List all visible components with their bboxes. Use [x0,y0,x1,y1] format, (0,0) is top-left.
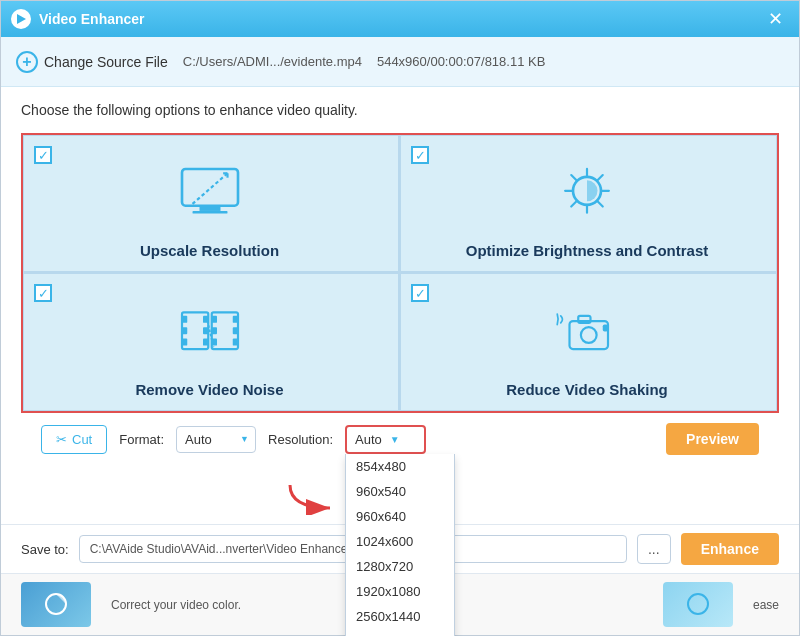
svg-rect-19 [232,315,237,322]
options-grid: ✓ Upscale Resolution ✓ [21,133,779,413]
format-select[interactable]: Auto MP4 AVI MKV [176,426,256,453]
preview-strip-right-text: ease [753,598,779,612]
checkbox-shaking[interactable]: ✓ [411,284,429,302]
noise-label: Remove Video Noise [36,381,383,398]
upscale-label: Upscale Resolution [36,242,383,259]
window-title: Video Enhancer [39,11,762,27]
shaking-label: Reduce Video Shaking [413,381,761,398]
dropdown-arrow-icon: ▼ [390,434,400,445]
option-brightness-contrast: ✓ Optimize Brightness [400,135,777,273]
svg-rect-23 [570,321,609,349]
resolution-item-960x540[interactable]: 960x540 [346,479,454,504]
svg-rect-25 [578,315,590,322]
format-label: Format: [119,432,164,447]
svg-rect-21 [232,338,237,345]
resolution-item-854x480[interactable]: 854x480 [346,454,454,479]
checkbox-noise[interactable]: ✓ [34,284,52,302]
monitor-upscale-icon [175,163,245,223]
brightness-label: Optimize Brightness and Contrast [413,242,761,259]
resolution-value: Auto [355,432,382,447]
arrow-indicator [285,480,340,519]
cut-label: Cut [72,432,92,447]
instructions-text: Choose the following options to enhance … [21,102,779,118]
svg-marker-0 [17,14,26,24]
checkbox-brightness[interactable]: ✓ [411,146,429,164]
svg-rect-1 [182,169,238,206]
noise-icon-area [36,286,383,377]
save-to-label: Save to: [21,542,69,557]
bottom-toolbar: ✂ Cut Format: Auto MP4 AVI MKV Resolutio… [21,413,779,465]
option-remove-noise: ✓ [23,273,400,411]
svg-rect-11 [182,327,187,334]
app-window: Video Enhancer ✕ + Change Source File C:… [0,0,800,636]
titlebar: Video Enhancer ✕ [1,1,799,37]
browse-button[interactable]: ... [637,534,671,564]
change-source-button[interactable]: + Change Source File [16,51,168,73]
close-button[interactable]: ✕ [762,6,789,32]
svg-rect-3 [192,211,227,214]
main-content: Choose the following options to enhance … [1,87,799,524]
resolution-item-960x640[interactable]: 960x640 [346,504,454,529]
resolution-item-1920x1080[interactable]: 1920x1080 [346,579,454,604]
svg-point-29 [688,594,708,614]
option-reduce-shaking: ✓ Reduce Video Shaking [400,273,777,411]
add-icon: + [16,51,38,73]
resolution-item-1280x720[interactable]: 1280x720 [346,554,454,579]
cut-button[interactable]: ✂ Cut [41,425,107,454]
svg-rect-16 [211,315,216,322]
filebar: + Change Source File C:/Users/ADMI.../ev… [1,37,799,87]
format-select-wrapper[interactable]: Auto MP4 AVI MKV [176,426,256,453]
preview-button[interactable]: Preview [666,423,759,455]
svg-rect-26 [603,324,608,331]
svg-rect-15 [203,338,208,345]
file-path: C:/Users/ADMI.../evidente.mp4 [183,54,362,69]
svg-point-24 [581,327,597,343]
svg-rect-20 [232,327,237,334]
brightness-icon [552,163,622,223]
file-metadata: 544x960/00:00:07/818.11 KB [377,54,545,69]
enhance-button[interactable]: Enhance [681,533,779,565]
svg-line-4 [192,173,227,204]
scissors-icon: ✂ [56,432,67,447]
svg-rect-10 [182,315,187,322]
film-noise-icon [175,302,245,362]
svg-rect-2 [199,206,220,211]
svg-rect-14 [203,327,208,334]
upscale-icon-area [36,148,383,238]
resolution-label: Resolution: [268,432,333,447]
app-icon [11,9,31,29]
camera-shake-icon [552,302,622,362]
svg-rect-17 [211,327,216,334]
resolution-dropdown: 854x480 960x540 960x640 1024x600 1280x72… [345,454,455,637]
preview-thumb-left [21,582,91,627]
resolution-item-1024x600[interactable]: 1024x600 [346,529,454,554]
change-source-label: Change Source File [44,54,168,70]
option-upscale-resolution: ✓ Upscale Resolution [23,135,400,273]
preview-strip-left-text: Correct your video color. [111,598,241,612]
checkbox-upscale[interactable]: ✓ [34,146,52,164]
svg-rect-12 [182,338,187,345]
resolution-dropdown-wrapper: Auto ▼ 854x480 960x540 960x640 1024x600 … [345,425,426,454]
resolution-item-2704x1520[interactable]: 2704x1520 [346,629,454,637]
resolution-item-2560x1440[interactable]: 2560x1440 [346,604,454,629]
preview-thumb-right [663,582,733,627]
resolution-select[interactable]: Auto ▼ [345,425,426,454]
brightness-icon-area [413,148,761,238]
shaking-icon-area [413,286,761,377]
